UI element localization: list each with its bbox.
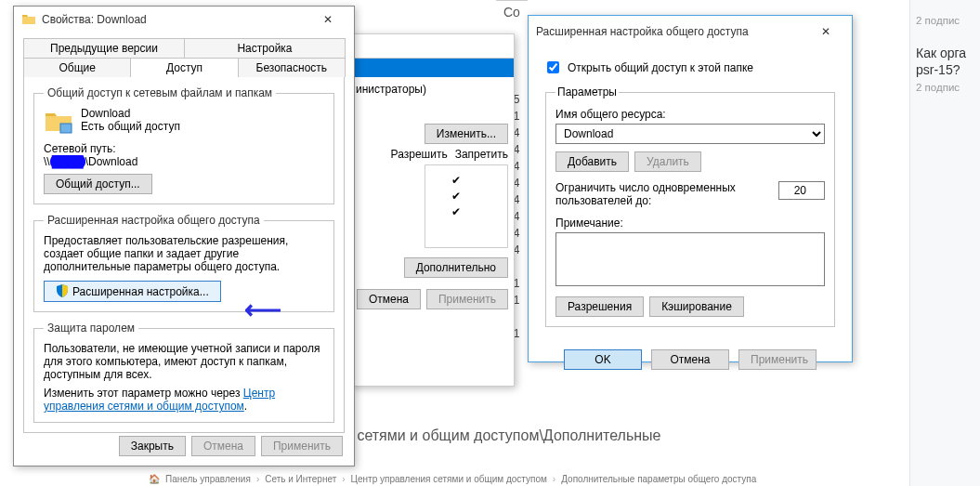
delete-button[interactable]: Удалить — [634, 151, 701, 172]
window-title: Свойства: Download — [42, 13, 309, 26]
col-allow: Разрешить — [391, 148, 448, 161]
folder-status: Есть общий доступ — [81, 120, 180, 133]
check-icon: ✔ — [451, 174, 461, 187]
open-share-checkbox[interactable] — [547, 61, 559, 73]
net-path-label: Сетевой путь: — [44, 142, 324, 155]
col-deny: Запретить — [455, 148, 508, 161]
crumb-item[interactable]: Дополнительные параметры общего доступа — [561, 474, 756, 484]
note-label: Примечание: — [555, 217, 825, 230]
redacted-text: ████ — [50, 155, 85, 168]
group-hint: инистраторы) — [356, 83, 508, 96]
ok-button[interactable]: OK — [564, 349, 642, 370]
parameters-group: Параметры Имя общего ресурса: Download Д… — [545, 85, 835, 327]
network-sharing-group: Общий доступ к сетевым файлам и папкам D… — [33, 86, 334, 204]
tabbar: Предыдущие версии Настройка Общие Доступ… — [23, 38, 345, 77]
share-button[interactable]: Общий доступ... — [44, 174, 152, 194]
permissions-dialog-fragment: инистраторы) Изменить... Разрешить Запре… — [349, 33, 515, 387]
folder-name: Download — [81, 107, 180, 120]
tab-customize[interactable]: Настройка — [184, 38, 346, 58]
permission-check-grid: ✔ ✔ ✔ — [425, 164, 508, 248]
caching-button[interactable]: Кэширование — [649, 296, 744, 317]
advanced-sharing-window: Расширенная настройка общего доступа ✕ О… — [528, 15, 853, 362]
advanced-sharing-button[interactable]: Расширенная настройка... — [44, 281, 221, 302]
tab-previous-versions[interactable]: Предыдущие версии — [23, 38, 185, 58]
group-legend: Защита паролем — [44, 322, 138, 335]
group-legend: Параметры — [555, 85, 619, 99]
open-share-label: Открыть общий доступ к этой папке — [568, 61, 753, 74]
cancel-button[interactable]: Отмена — [191, 436, 255, 456]
note-textarea[interactable] — [555, 232, 825, 286]
net-path-value: \\████\Download — [44, 155, 324, 168]
window-title: Расширенная настройка общего доступа — [536, 25, 807, 38]
share-name-select[interactable]: Download — [555, 124, 825, 144]
check-icon: ✔ — [451, 205, 461, 218]
right-sidebar: 2 подпис Как орга psr-15? 2 подпис — [909, 0, 980, 486]
close-icon[interactable]: ✕ — [807, 19, 844, 45]
crumb-home-icon: 🏠 — [149, 474, 160, 484]
tab-security[interactable]: Безопасность — [238, 58, 346, 77]
folder-icon — [44, 107, 73, 137]
close-button[interactable]: Закрыть — [119, 436, 186, 456]
limit-input[interactable] — [778, 181, 825, 200]
tab-general[interactable]: Общие — [23, 58, 131, 77]
check-icon: ✔ — [451, 190, 461, 203]
apply-button[interactable]: Применить — [738, 349, 817, 370]
password-protection-group: Защита паролем Пользователи, не имеющие … — [33, 322, 334, 423]
shield-icon — [56, 284, 69, 297]
group-description: Предоставляет пользовательские разрешени… — [44, 234, 324, 273]
breadcrumb: 🏠 Панель управления› Сеть и Интернет› Це… — [149, 474, 756, 484]
change-button[interactable]: Изменить... — [425, 124, 508, 144]
folder-icon — [21, 12, 36, 27]
group-legend: Расширенная настройка общего доступа — [44, 214, 264, 227]
apply-button[interactable]: Применить — [261, 436, 343, 456]
properties-window: Свойства: Download ✕ Предыдущие версии Н… — [13, 6, 355, 466]
group-legend: Общий доступ к сетевым файлам и папкам — [44, 86, 276, 99]
add-button[interactable]: Добавить — [555, 151, 629, 172]
group-description-2: Изменить этот параметр можно через Центр… — [44, 387, 324, 413]
question-title[interactable]: Как орга psr-15? — [916, 45, 974, 78]
crumb-item[interactable]: Центр управления сетями и общим доступом — [351, 474, 547, 484]
subscribers-count: 2 подпис — [916, 15, 974, 26]
permissions-button[interactable]: Разрешения — [555, 296, 644, 317]
close-icon[interactable]: ✕ — [309, 7, 346, 33]
bg-text: Co — [496, 0, 528, 23]
svg-rect-0 — [60, 124, 72, 133]
limit-label: Ограничить число одновременных пользоват… — [555, 181, 769, 207]
share-name-label: Имя общего ресурса: — [555, 108, 825, 121]
crumb-item[interactable]: Панель управления — [165, 474, 251, 484]
perm-cancel-button[interactable]: Отмена — [357, 289, 421, 309]
crumb-item[interactable]: Сеть и Интернет — [265, 474, 336, 484]
subscribers-count: 2 подпис — [916, 82, 974, 93]
perm-apply-button[interactable]: Применить — [426, 289, 508, 309]
group-description: Пользователи, не имеющие учетной записи … — [44, 342, 324, 381]
tab-sharing[interactable]: Доступ — [130, 58, 238, 77]
cancel-button[interactable]: Отмена — [651, 349, 729, 370]
advanced-button[interactable]: Дополнительно — [404, 257, 508, 278]
advanced-sharing-group: Расширенная настройка общего доступа Пре… — [33, 214, 334, 312]
